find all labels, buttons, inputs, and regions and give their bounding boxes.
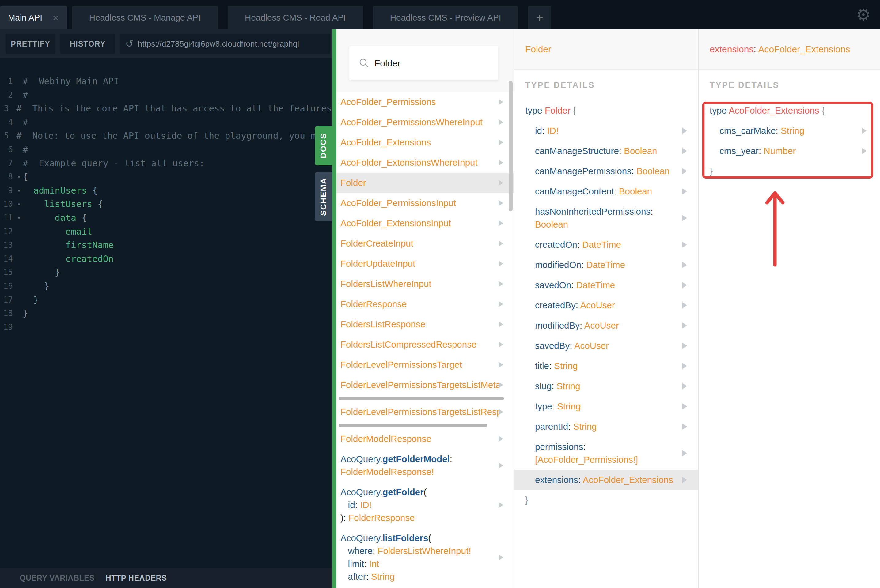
type-field-row[interactable]: canManagePermissions: Boolean [514, 161, 698, 181]
type-field-row[interactable]: hasNonInheritedPermissions:Boolean [514, 201, 698, 235]
editor-line[interactable]: 16 } [0, 279, 332, 293]
horizontal-scrollbar[interactable] [339, 397, 504, 400]
type-field-row[interactable]: parentId: String [514, 417, 698, 437]
type-field-row[interactable]: modifiedOn: DateTime [514, 255, 698, 275]
type-field-row[interactable]: type Folder { [514, 100, 698, 121]
api-tab-headless-cms-manage-api[interactable]: Headless CMS - Manage API [72, 6, 218, 29]
extensions-details-panel: extensions: AcoFolder_Extensions TYPE DE… [698, 29, 880, 588]
close-tab-icon[interactable]: × [53, 13, 59, 22]
docs-list-item[interactable]: FolderLevelPermissionsTarget [336, 355, 514, 375]
docs-list-item[interactable]: AcoFolder_PermissionsInput [336, 193, 514, 213]
type-field-row[interactable]: createdBy: AcoUser [514, 295, 698, 315]
docs-list-item[interactable]: AcoFolder_ExtensionsInput [336, 213, 514, 233]
chevron-right-icon [499, 436, 503, 442]
extensions-field-row[interactable]: cms_carMake: String [698, 121, 880, 141]
editor-line[interactable]: 4# [0, 116, 332, 129]
tab-label: Headless CMS - Read API [245, 13, 346, 22]
extensions-details-section: TYPE DETAILS [698, 70, 880, 100]
editor-line[interactable]: 9▾ adminUsers { [0, 184, 332, 198]
type-field-row[interactable]: createdOn: DateTime [514, 235, 698, 255]
code-text: createdOn [23, 252, 114, 266]
type-field-row[interactable]: permissions:[AcoFolder_Permissions!] [514, 437, 698, 470]
docs-list-item[interactable]: AcoQuery.getFolderModel:FolderModelRespo… [336, 449, 514, 482]
editor-line[interactable]: 8▾{ [0, 170, 332, 184]
horizontal-scrollbar[interactable] [339, 424, 487, 427]
history-button[interactable]: HISTORY [60, 34, 115, 54]
editor-line[interactable]: 2# [0, 88, 332, 102]
editor-line[interactable]: 6# [0, 143, 332, 156]
text-segment: AcoFolder_Extensions [758, 44, 850, 54]
docs-list-item[interactable]: FolderResponse [336, 294, 514, 314]
docs-search-box[interactable] [349, 46, 498, 80]
editor-line[interactable]: 1# Webiny Main API [0, 74, 332, 88]
editor-line[interactable]: 14 createdOn [0, 252, 332, 266]
type-field-row[interactable]: canManageStructure: Boolean [514, 141, 698, 161]
docs-list-item[interactable]: AcoQuery.listFolders( where: FoldersList… [336, 528, 514, 587]
docs-search-input[interactable] [374, 58, 491, 69]
api-tab-headless-cms-preview-api[interactable]: Headless CMS - Preview API [373, 6, 518, 29]
api-tab-headless-cms-read-api[interactable]: Headless CMS - Read API [228, 6, 363, 29]
docs-list-item[interactable]: AcoQuery.getFolder( id: ID!): FolderResp… [336, 482, 514, 528]
type-field-row[interactable]: savedOn: DateTime [514, 275, 698, 295]
type-field-row[interactable]: modifiedBy: AcoUser [514, 315, 698, 336]
editor-line[interactable]: 19 [0, 320, 332, 334]
docs-sidebar-tab[interactable]: DOCS [315, 126, 332, 165]
type-field-row[interactable]: title: String [514, 356, 698, 376]
docs-list-item[interactable]: FolderModelResponse [336, 429, 514, 449]
docs-list-item[interactable]: FolderUpdateInput [336, 254, 514, 274]
docs-list-item[interactable]: FoldersListCompressedResponse [336, 334, 514, 355]
type-field-row[interactable]: slug: String [514, 376, 698, 396]
reload-icon[interactable]: ↺ [125, 38, 134, 50]
type-field-row[interactable]: type: String [514, 396, 698, 417]
fold-arrow-icon[interactable]: ▾ [15, 211, 23, 225]
editor-line[interactable]: 10▾ listUsers { [0, 197, 332, 211]
http-headers-tab[interactable]: HTTP HEADERS [106, 574, 167, 582]
extensions-field-row[interactable]: cms_year: Number [698, 141, 880, 161]
extensions-field-row[interactable]: type AcoFolder_Extensions { [698, 100, 880, 121]
query-variables-tab[interactable]: QUERY VARIABLES [20, 574, 95, 582]
type-field-row[interactable]: canManageContent: Boolean [514, 181, 698, 201]
fold-arrow-icon[interactable]: ▾ [15, 197, 23, 211]
editor-line[interactable]: 17 } [0, 293, 332, 307]
line-number: 12 [0, 225, 15, 238]
query-editor[interactable]: 1# Webiny Main API2#3# This is the core … [0, 58, 332, 568]
docs-list-item-selected[interactable]: Folder [336, 173, 514, 193]
endpoint-url-bar[interactable]: ↺ [120, 34, 330, 54]
editor-line[interactable]: 5# Note: to use the API outside of the p… [0, 129, 332, 143]
editor-line[interactable]: 3# This is the core API that has access … [0, 102, 332, 116]
endpoint-url-input[interactable] [138, 39, 322, 49]
add-tab-button[interactable]: + [528, 6, 551, 29]
schema-sidebar-tab[interactable]: SCHEMA [315, 172, 332, 221]
fold-arrow-icon[interactable]: ▾ [15, 170, 23, 184]
docs-list-item[interactable]: AcoFolder_Permissions [336, 92, 514, 112]
type-field-row[interactable]: } [514, 490, 698, 510]
docs-list-item[interactable]: AcoFolder_PermissionsWhereInput [336, 112, 514, 132]
docs-vertical-scrollbar[interactable] [509, 81, 513, 212]
docs-list-item[interactable]: FoldersListResponse [336, 314, 514, 334]
extensions-field-row[interactable]: } [698, 161, 880, 181]
editor-line[interactable]: 13 firstName [0, 238, 332, 252]
docs-list-item[interactable]: FolderCreateInput [336, 233, 514, 254]
editor-line[interactable]: 15 } [0, 266, 332, 279]
prettify-button[interactable]: PRETTIFY [6, 34, 56, 54]
type-field-row[interactable]: savedBy: AcoUser [514, 336, 698, 356]
fold-arrow-icon[interactable]: ▾ [15, 184, 23, 198]
type-field-row[interactable]: id: ID! [514, 121, 698, 141]
panel-divider[interactable] [332, 29, 336, 588]
docs-list-item[interactable]: FolderLevelPermissionsTargetsListMeta [336, 375, 514, 395]
settings-gear-icon[interactable]: ⚙ [856, 4, 871, 26]
docs-list-item[interactable]: AcoFolder_Extensions [336, 132, 514, 153]
docs-list-item[interactable]: FolderLevelPermissionsTargetsListRespo [336, 402, 514, 422]
editor-line[interactable]: 7# Example query - list all users: [0, 156, 332, 170]
code-text: { [23, 170, 28, 184]
type-field-row-selected[interactable]: extensions: AcoFolder_Extensions [514, 470, 698, 490]
editor-line[interactable]: 18} [0, 306, 332, 320]
editor-line[interactable]: 12 email [0, 225, 332, 238]
row-text: canManageContent: Boolean [535, 185, 682, 198]
docs-list-item[interactable]: FoldersListWhereInput [336, 274, 514, 294]
editor-line[interactable]: 11▾ data { [0, 211, 332, 225]
docs-list-item[interactable]: AcoFolder_ExtensionsWhereInput [336, 153, 514, 173]
row-text: AcoFolder_PermissionsWhereInput [341, 116, 499, 129]
text-segment [341, 572, 348, 582]
api-tab-main-api[interactable]: Main API× [0, 6, 67, 29]
